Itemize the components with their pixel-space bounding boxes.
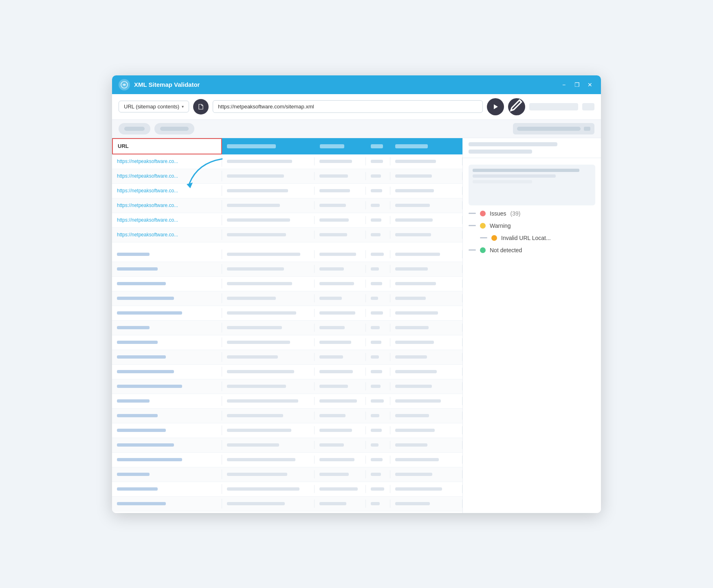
- table-row[interactable]: [112, 423, 462, 438]
- minimize-button[interactable]: −: [559, 80, 568, 89]
- table-row[interactable]: https://netpeaksoftware.co...: [112, 228, 462, 242]
- legend-label-issues: Issues: [490, 210, 506, 217]
- side-panel-header: [463, 138, 601, 158]
- cell-url: https://netpeaksoftware.co...: [112, 171, 222, 181]
- cell-placeholder: [366, 456, 390, 464]
- cell-url: https://netpeaksoftware.co...: [112, 215, 222, 225]
- table-row[interactable]: [112, 482, 462, 497]
- placeholder-bar: [395, 355, 427, 359]
- table-row[interactable]: [112, 467, 462, 482]
- cell-placeholder: [222, 368, 315, 376]
- new-file-button[interactable]: [193, 99, 209, 115]
- cell-placeholder: [222, 324, 315, 332]
- chart-area: [463, 158, 601, 210]
- cell-placeholder: [390, 324, 462, 332]
- placeholder-bar: [227, 267, 284, 271]
- table-body[interactable]: https://netpeaksoftware.co... https://ne…: [112, 154, 462, 513]
- placeholder-bar: [319, 414, 345, 417]
- cell-4: [366, 216, 390, 224]
- col-4-bar: [371, 144, 383, 148]
- table-row[interactable]: [112, 409, 462, 423]
- cell-placeholder: [315, 368, 366, 376]
- table-row[interactable]: [112, 438, 462, 453]
- cell-placeholder: [315, 470, 366, 478]
- placeholder-bar: [227, 355, 278, 359]
- col-header-4: [366, 144, 390, 148]
- table-row[interactable]: [112, 306, 462, 321]
- url-placeholder-bar: [117, 355, 166, 359]
- cell-4: [366, 187, 390, 195]
- placeholder-bar: [395, 414, 429, 417]
- cell-url-placeholder: [112, 411, 222, 421]
- filter-pill-1[interactable]: [119, 123, 150, 134]
- cell-url-placeholder: [112, 323, 222, 333]
- table-row[interactable]: [112, 365, 462, 379]
- cell-placeholder: [222, 412, 315, 420]
- placeholder-bar: [319, 502, 346, 505]
- cell-placeholder: [366, 280, 390, 288]
- cell-placeholder: [222, 500, 315, 508]
- url-input[interactable]: [213, 100, 483, 113]
- table-row[interactable]: [112, 497, 462, 511]
- run-button[interactable]: [487, 98, 504, 115]
- table-row[interactable]: [112, 394, 462, 409]
- placeholder-bar: [319, 355, 343, 359]
- table-row[interactable]: [112, 350, 462, 365]
- url-placeholder-bar: [117, 282, 166, 285]
- filter-pill-2[interactable]: [154, 123, 194, 134]
- placeholder-bar: [319, 253, 356, 256]
- url-placeholder-bar: [117, 399, 150, 403]
- cell-2: [222, 187, 315, 195]
- table-row[interactable]: [112, 453, 462, 467]
- table-row[interactable]: [112, 335, 462, 350]
- cell-2: [222, 157, 315, 165]
- edit-button[interactable]: [508, 98, 525, 115]
- cell-placeholder: [366, 470, 390, 478]
- placeholder-bar: [395, 443, 427, 447]
- legend-item-invalid-url: Invalid URL Locat...: [469, 235, 595, 241]
- table-row[interactable]: https://netpeaksoftware.co...: [112, 184, 462, 198]
- source-type-dropdown[interactable]: URL (sitemap contents) ▾: [119, 101, 189, 112]
- cell-url: https://netpeaksoftware.co...: [112, 200, 222, 211]
- restore-button[interactable]: ❐: [572, 80, 581, 89]
- cell-placeholder: [315, 485, 366, 493]
- placeholder-bar: [371, 267, 379, 271]
- table-row[interactable]: [112, 511, 462, 513]
- placeholder-bar: [371, 487, 384, 491]
- col-header-3: [315, 144, 366, 148]
- placeholder-bar: [371, 282, 382, 285]
- filter-pill-2-content: [160, 127, 189, 131]
- table-row[interactable]: https://netpeaksoftware.co...: [112, 154, 462, 169]
- table-row[interactable]: [112, 277, 462, 291]
- cell-placeholder: [315, 382, 366, 390]
- table-row[interactable]: https://netpeaksoftware.co...: [112, 169, 462, 184]
- table-row[interactable]: [112, 321, 462, 335]
- legend-dot-not-detected: [480, 247, 486, 253]
- cell-placeholder: [366, 309, 390, 317]
- close-button[interactable]: ✕: [585, 80, 594, 89]
- cell-5: [390, 231, 462, 239]
- placeholder-bar: [319, 370, 353, 373]
- filter-search[interactable]: [513, 123, 594, 134]
- table-row[interactable]: https://netpeaksoftware.co...: [112, 213, 462, 228]
- cell-url-placeholder: [112, 293, 222, 303]
- table-row[interactable]: [112, 291, 462, 306]
- cell-placeholder: [390, 470, 462, 478]
- cell-url-placeholder: [112, 499, 222, 509]
- cell-placeholder: [315, 309, 366, 317]
- table-row[interactable]: [112, 262, 462, 277]
- table-row[interactable]: https://netpeaksoftware.co...: [112, 198, 462, 213]
- col-3-bar: [320, 144, 344, 148]
- placeholder-bar: [227, 297, 276, 300]
- cell-5: [390, 172, 462, 180]
- placeholder-bar: [319, 267, 344, 271]
- legend-dash-not-detected: [469, 249, 476, 251]
- cell-2: [222, 172, 315, 180]
- cell-placeholder: [222, 382, 315, 390]
- placeholder-bar: [371, 429, 382, 432]
- placeholder-bar: [227, 487, 299, 491]
- table-row[interactable]: [112, 379, 462, 394]
- table-row[interactable]: [112, 247, 462, 262]
- cell-placeholder: [366, 412, 390, 420]
- cell-url-placeholder: [112, 381, 222, 391]
